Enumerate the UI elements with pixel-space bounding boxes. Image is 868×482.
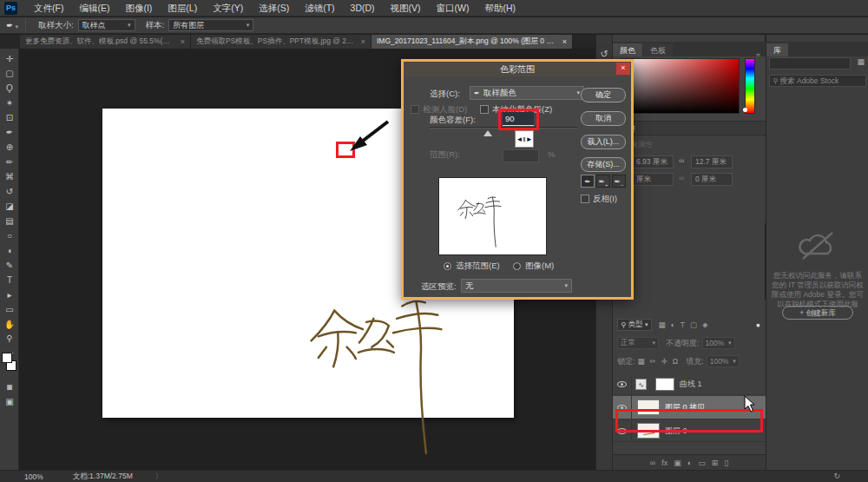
sync-status-icon[interactable]: ↻ — [833, 472, 840, 480]
menu-select[interactable]: 选择(S) — [251, 0, 297, 17]
delete-layer-icon[interactable]: ▯ — [724, 459, 728, 467]
shape-tool[interactable]: ▭ — [0, 303, 19, 316]
filter-toggle[interactable]: ● — [756, 320, 760, 329]
new-adjustment-layer-icon[interactable]: ◐ — [687, 459, 692, 467]
tab-swatches[interactable]: 色板 — [643, 43, 673, 56]
load-button[interactable]: 载入(L)... — [581, 135, 626, 149]
create-library-button[interactable]: + 创建新库 — [782, 306, 853, 320]
move-tool[interactable]: ✛ — [0, 52, 19, 65]
menu-window[interactable]: 窗口(W) — [429, 0, 477, 17]
select-dropdown[interactable]: ✒ 取样颜色 ▾ — [470, 86, 584, 100]
filter-type-select[interactable]: ⚲ 类型 ▾ — [617, 319, 652, 331]
close-icon[interactable]: × — [562, 37, 567, 46]
filter-type-layers-icon[interactable]: T — [681, 320, 685, 329]
dodge-tool[interactable]: ◖ — [0, 244, 19, 257]
ok-button[interactable]: 确定 — [581, 88, 626, 102]
quick-selection-tool[interactable]: ✶ — [0, 96, 19, 109]
lock-paint-icon[interactable]: ✏ — [650, 357, 656, 366]
menu-help[interactable]: 帮助(H) — [477, 0, 524, 17]
cancel-button[interactable]: 取消 — [581, 111, 626, 126]
opacity-field[interactable]: 100%▾ — [702, 337, 735, 349]
eyedropper-add-button[interactable]: ✒+ — [596, 175, 610, 188]
status-arrow-icon[interactable]: 〉 — [155, 472, 163, 482]
filter-adjustment-layers-icon[interactable]: ◐ — [671, 320, 675, 329]
eyedropper-subtract-button[interactable]: ✒− — [612, 175, 626, 188]
menu-type[interactable]: 文字(Y) — [205, 0, 251, 17]
lock-all-icon[interactable]: Ω — [673, 357, 678, 366]
healing-brush-tool[interactable]: ⊕ — [0, 141, 19, 154]
curves-adjustment-icon[interactable]: ∿ — [635, 379, 647, 390]
sample-size-select[interactable]: 取样点▾ — [78, 19, 135, 31]
hand-tool[interactable]: ✋ — [0, 318, 19, 331]
close-icon[interactable]: × — [181, 37, 185, 46]
range-input[interactable] — [503, 149, 539, 162]
menu-filter[interactable]: 滤镜(T) — [297, 0, 342, 17]
blend-mode-select[interactable]: 正常▾ — [617, 337, 659, 349]
new-layer-icon[interactable]: ⊞ — [712, 459, 719, 467]
save-button[interactable]: 存储(S)... — [581, 157, 626, 172]
lasso-tool[interactable]: Ϙ — [0, 82, 19, 95]
marquee-tool[interactable]: ▢ — [0, 67, 19, 80]
blur-tool[interactable]: ○ — [0, 229, 19, 242]
crop-tool[interactable]: ⊡ — [0, 111, 19, 124]
menu-edit[interactable]: 编辑(E) — [71, 0, 117, 17]
lock-position-icon[interactable]: ✛ — [661, 357, 667, 366]
path-selection-tool[interactable]: ▸ — [0, 288, 19, 301]
image-radio[interactable] — [513, 262, 521, 270]
zoom-tool[interactable]: ⚲ — [0, 332, 19, 345]
layer-visibility-toggle[interactable] — [613, 374, 632, 394]
dialog-close-button[interactable]: × — [616, 63, 630, 75]
menu-view[interactable]: 视图(V) — [383, 0, 429, 17]
link-dimensions-icon[interactable]: ∞ — [679, 156, 684, 165]
dialog-title[interactable]: 色彩范围 — [404, 62, 631, 76]
type-tool[interactable]: T — [0, 274, 19, 287]
photoshop-logo-icon[interactable]: Ps — [4, 2, 17, 15]
eyedropper-tool[interactable]: ✒ — [0, 126, 19, 139]
layer-mask-thumbnail[interactable] — [655, 378, 674, 391]
layer-effects-icon[interactable]: fx — [661, 459, 667, 467]
close-icon[interactable]: × — [361, 37, 365, 46]
menu-3d[interactable]: 3D(D) — [343, 0, 383, 17]
hue-marker[interactable] — [743, 108, 747, 112]
fill-field[interactable]: 100%▾ — [707, 355, 740, 367]
detect-faces-checkbox[interactable] — [411, 105, 419, 114]
document-tab-1[interactable]: 更多免费资源、软件、模板.psd @ 55.5%(图层 2, RG... × — [20, 35, 191, 49]
unit-select[interactable]: 厘米 — [632, 173, 674, 186]
menu-layer[interactable]: 图层(L) — [160, 0, 205, 17]
sample-select[interactable]: 所有图层▾ — [168, 19, 253, 31]
saturation-brightness-field[interactable] — [620, 58, 740, 114]
invert-checkbox[interactable] — [581, 195, 589, 203]
document-tab-active[interactable]: IMG_20171023_111604_副本.png @ 100% (图层 0 … — [372, 35, 573, 49]
tab-libraries[interactable]: 库 — [766, 43, 788, 56]
filter-shape-layers-icon[interactable]: ▢ — [690, 320, 697, 329]
gradient-tool[interactable]: ▤ — [0, 215, 19, 228]
selection-preview-dropdown[interactable]: 无 ▾ — [461, 279, 572, 293]
brush-tool[interactable]: ✏ — [0, 155, 19, 168]
library-select[interactable] — [769, 57, 851, 69]
hue-slider[interactable] — [745, 58, 755, 114]
library-search-input[interactable]: ⚲ 搜索 Adobe Stock — [769, 75, 866, 87]
fuzziness-slider-thumb[interactable] — [483, 130, 492, 136]
doc-height-field[interactable]: 12.7 厘米 — [691, 155, 733, 168]
clone-stamp-tool[interactable]: ⌘ — [0, 170, 19, 183]
add-layer-mask-icon[interactable]: ▣ — [674, 459, 681, 467]
screen-mode-button[interactable]: ▣ — [0, 395, 19, 408]
lock-transparency-icon[interactable]: ▦ — [638, 357, 645, 366]
quick-mask-button[interactable]: ◙ — [0, 380, 19, 393]
zoom-level[interactable]: 100% — [24, 472, 43, 481]
pen-tool[interactable]: ✎ — [0, 259, 19, 272]
document-tab-2[interactable]: 免费领取PS模板、PS插件、PPT模板.jpg @ 29.8% (免... × — [191, 35, 372, 49]
new-group-icon[interactable]: ▭ — [698, 459, 706, 467]
eraser-tool[interactable]: ◪ — [0, 200, 19, 213]
filter-smart-objects-icon[interactable]: ◈ — [702, 320, 708, 329]
link-layers-icon[interactable]: ∞ — [650, 459, 655, 467]
color-swatches[interactable] — [2, 353, 17, 375]
active-eyedropper-tool-icon[interactable]: ✒▾ — [6, 21, 18, 30]
layer-row-curves[interactable]: ∿ 曲线 1 — [613, 374, 766, 395]
history-brush-tool[interactable]: ↺ — [0, 185, 19, 198]
layer-name[interactable]: 曲线 1 — [680, 379, 702, 390]
doc-width-field[interactable]: 6.93 厘米 — [632, 155, 674, 168]
filter-pixel-layers-icon[interactable]: ▦ — [659, 320, 666, 329]
eyedropper-sample-button[interactable]: ✒ — [581, 175, 595, 188]
menu-file[interactable]: 文件(F) — [26, 0, 71, 17]
